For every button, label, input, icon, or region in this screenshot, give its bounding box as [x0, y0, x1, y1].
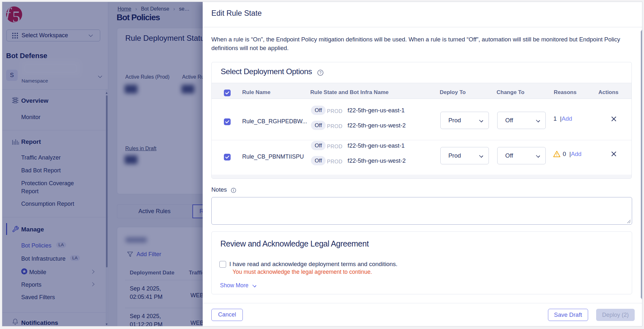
svg-text:?: ? — [319, 71, 322, 75]
